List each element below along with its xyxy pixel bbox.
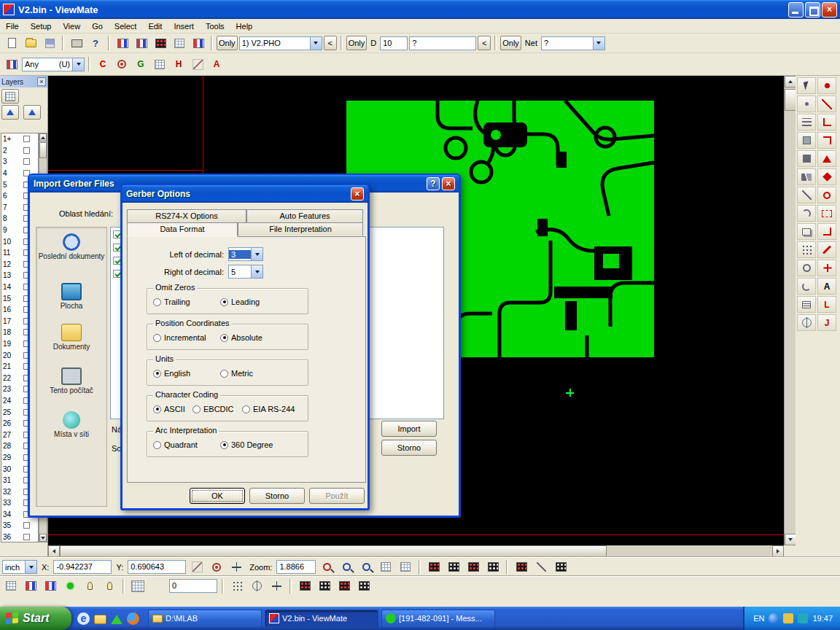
help-icon[interactable]: ? [427,177,440,190]
import-button[interactable]: Import [381,421,437,437]
place-desktop[interactable]: Plocha [36,283,106,310]
place-documents[interactable]: Dokumenty [36,324,106,351]
dots-icon[interactable] [797,241,816,258]
radio-ebcdic[interactable] [192,405,201,413]
chevron-down-icon[interactable] [593,37,604,50]
swap-colors-icon[interactable] [42,578,59,594]
zoom-in-icon[interactable] [338,559,355,575]
pattern2-icon[interactable] [316,578,333,594]
scroll-up-icon[interactable] [39,133,47,141]
measure-icon[interactable] [189,56,206,72]
pad-matrix2-icon[interactable] [445,559,462,575]
aperture-info-icon[interactable] [190,35,207,51]
print-icon[interactable] [68,35,85,51]
pad-matrix-icon[interactable] [425,559,443,575]
taskbar-button-messenger[interactable]: [191-482-091] - Mess... [381,610,495,628]
line-tool-icon[interactable] [817,96,836,112]
dcode-table-icon[interactable] [171,35,188,51]
radio-eia-rs244[interactable] [242,405,250,413]
close-icon[interactable]: × [37,77,46,86]
close-icon[interactable]: × [822,2,837,18]
cancel-button[interactable]: Storno [249,488,305,504]
pattern4-icon[interactable] [355,578,373,594]
lamp-icon[interactable] [81,578,98,594]
l-text-tool-icon[interactable]: L [817,296,836,313]
horizontal-scrollbar[interactable] [48,545,784,557]
layer-row[interactable]: 3 [1,156,38,168]
radio-absolute[interactable] [220,334,228,342]
scroll-up-icon[interactable] [785,76,796,88]
pattern3-icon[interactable] [335,578,353,594]
tab-file-interpretation[interactable]: File Interpretation [238,222,363,236]
dcode-input[interactable]: 10 [380,36,408,50]
place-recent[interactable]: Poslední dokumenty [36,233,106,260]
layers-panel-caption[interactable]: Layers × [0,76,47,88]
text-tool-icon[interactable]: A [817,278,836,295]
layer-swatch[interactable] [23,136,30,142]
point-tool-icon[interactable] [817,77,836,94]
zoom-out-icon[interactable] [357,559,375,575]
volume-tray-icon[interactable] [798,613,808,623]
chamfer-tool-icon[interactable] [817,132,836,149]
grid-icon[interactable]: G [132,56,149,72]
close-icon[interactable]: × [351,187,364,201]
cancel-button[interactable]: Storno [381,440,437,456]
close-icon[interactable]: × [442,177,455,190]
ok-button[interactable]: OK [190,488,245,504]
language-indicator[interactable]: EN [753,614,764,623]
layer-colors-icon[interactable] [22,578,39,594]
mini-grid-icon[interactable] [2,578,20,594]
vertical-scrollbar[interactable] [784,76,796,545]
tab-data-format[interactable]: Data Format [127,222,238,237]
menu-item[interactable]: Tools [200,20,230,32]
x-coordinate-field[interactable]: -0.942237 [53,560,112,574]
layer-top-button[interactable] [23,105,41,120]
highlight-icon[interactable]: H [170,56,187,72]
open-file-icon[interactable] [22,35,39,51]
chevron-down-icon[interactable] [25,561,36,573]
origin-target-icon[interactable] [208,559,225,575]
move-cross-icon[interactable] [268,578,285,594]
titlebar[interactable]: V2.bin - ViewMate × [0,0,840,19]
zoom-field[interactable]: 1.8866 [276,560,316,574]
pad-matrix6-icon[interactable] [552,559,569,575]
grid-table2-icon[interactable] [397,559,414,575]
menu-item[interactable]: File [0,20,25,32]
new-document-icon[interactable] [3,35,20,51]
start-button[interactable]: Start [0,607,71,630]
scroll-right-icon[interactable] [772,545,784,557]
minimize-icon[interactable] [788,2,804,18]
transform-icon[interactable] [532,559,550,575]
dot-grid-icon[interactable] [228,578,246,594]
radio-metric[interactable] [220,370,228,378]
scrollbar-thumb[interactable] [39,142,47,158]
origin-icon[interactable] [113,56,131,72]
polyline-icon[interactable] [797,114,816,131]
y-coordinate-field[interactable]: 0.690643 [128,560,186,574]
radio-english[interactable] [153,370,161,378]
menu-item[interactable]: Help [230,20,259,32]
context-help-icon[interactable]: ? [87,35,104,51]
restore-icon[interactable] [805,2,820,18]
place-network[interactable]: Místa v síti [36,411,106,438]
clock[interactable]: 19:47 [812,614,833,623]
scrollbar-thumb[interactable] [785,89,796,111]
tab-rs274x-options[interactable]: RS274-X Options [127,209,246,222]
layer-row[interactable]: 35 [1,520,38,532]
scroll-down-icon[interactable] [39,534,47,542]
left-of-decimal-combo[interactable]: 3 [228,247,263,261]
radio-ascii[interactable] [153,405,161,413]
j-text-tool-icon[interactable]: J [817,314,836,331]
zoom-select-icon[interactable] [318,559,335,575]
menu-item[interactable]: Go [86,20,109,32]
mirror-icon[interactable] [797,168,816,185]
prev-dcode-button[interactable]: < [478,36,491,50]
corner-tool-icon[interactable] [817,223,836,240]
scrollbar-thumb[interactable] [60,545,607,557]
select-layer-icon[interactable] [133,35,150,51]
menu-item[interactable]: Setup [25,20,58,32]
center-icon[interactable]: C [94,56,112,72]
taskbar-button-viewmate[interactable]: V2.bin - ViewMate [265,610,378,628]
layer-row[interactable]: 2 [1,145,38,157]
file-select-combo[interactable]: 1) V2.PHO [239,36,322,50]
